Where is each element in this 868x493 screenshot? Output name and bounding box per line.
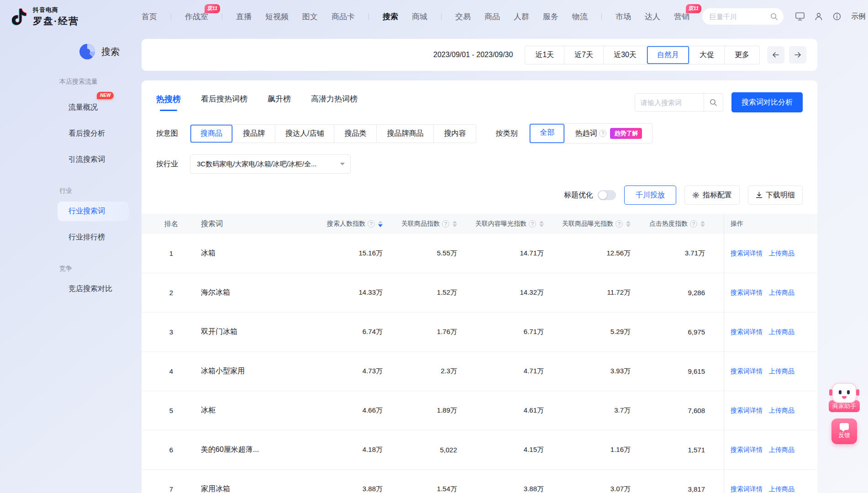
- nav-item-shortvideo[interactable]: 短视频: [265, 11, 289, 22]
- nav-item-market[interactable]: 市场: [615, 11, 631, 22]
- douyin-note-icon: [12, 7, 28, 26]
- upload-product-link[interactable]: 上传商品: [769, 249, 794, 258]
- intent-option-brand[interactable]: 搜品牌: [233, 125, 275, 143]
- category-option-all[interactable]: 全部: [530, 124, 565, 143]
- merchant-assistant-widget[interactable]: 商家助手: [829, 383, 860, 412]
- keyword-search-input[interactable]: [635, 94, 704, 111]
- nav-item-logistics[interactable]: 物流: [572, 11, 588, 22]
- sort-control[interactable]: [626, 221, 631, 227]
- intent-option-influencer-shop[interactable]: 搜达人/店铺: [275, 125, 334, 143]
- upload-product-link[interactable]: 上传商品: [769, 446, 794, 454]
- download-detail-button[interactable]: 下载明细: [748, 186, 803, 205]
- trend-info-badge[interactable]: 趋势了解: [610, 128, 642, 139]
- monitor-icon[interactable]: [795, 12, 805, 21]
- question-icon[interactable]: [599, 130, 606, 137]
- keyword-search-button[interactable]: [704, 94, 723, 111]
- sort-control[interactable]: [452, 221, 457, 227]
- sidebar-item-traffic-overview[interactable]: 流量概况 NEW: [58, 98, 129, 117]
- nav-item-trade[interactable]: 交易: [455, 11, 471, 22]
- nav-item-imagetext[interactable]: 图文: [302, 11, 318, 22]
- nav-item-productcard[interactable]: 商品卡: [331, 11, 355, 22]
- rank-cell: 7: [142, 485, 201, 493]
- nav-item-mall[interactable]: 商城: [412, 11, 427, 22]
- question-icon[interactable]: [615, 220, 623, 228]
- category-segmented: 全部 热趋词 趋势了解: [529, 123, 652, 143]
- brand-logo[interactable]: 抖音电商 罗盘·经营: [12, 6, 142, 27]
- gear-icon: [692, 191, 700, 199]
- help-icon[interactable]: [833, 12, 841, 21]
- question-icon[interactable]: [368, 220, 375, 228]
- keyword-detail-link[interactable]: 搜索词详情: [731, 446, 763, 454]
- value-cell: 4.73万: [310, 367, 383, 376]
- nav-item-service[interactable]: 服务: [543, 11, 558, 22]
- tab-post-view-hot-words[interactable]: 看后搜热词榜: [201, 94, 247, 111]
- metric-config-button[interactable]: 指标配置: [684, 186, 740, 205]
- qianchuan-search-input[interactable]: [710, 13, 770, 21]
- question-icon[interactable]: [442, 220, 449, 228]
- nav-item-influencer[interactable]: 达人: [645, 11, 660, 22]
- value-cell: 11.72万: [544, 288, 631, 297]
- title-optimize-toggle[interactable]: [598, 190, 616, 200]
- qianchuan-search-box[interactable]: [702, 8, 784, 25]
- nav-item-warroom[interactable]: 作战室双11: [185, 11, 208, 22]
- keyword-detail-link[interactable]: 搜索词详情: [731, 289, 763, 297]
- sidebar-item-post-view-search[interactable]: 看后搜分析: [58, 124, 129, 143]
- nav-item-home[interactable]: 首页: [142, 11, 157, 22]
- industry-select[interactable]: 3C数码家电/大家电/冰箱/冰吧/冰柜/全...: [190, 154, 351, 174]
- date-option-7day[interactable]: 近7天: [564, 46, 604, 64]
- sidebar-item-competitor-compare[interactable]: 竞店搜索对比: [58, 279, 129, 299]
- intent-option-category[interactable]: 搜品类: [334, 125, 377, 143]
- rank-cell: 5: [142, 407, 201, 414]
- upload-product-link[interactable]: 上传商品: [769, 328, 794, 336]
- sort-control[interactable]: [539, 221, 544, 227]
- nav-item-product[interactable]: 商品: [484, 11, 500, 22]
- nav-item-audience[interactable]: 人群: [514, 11, 529, 22]
- tab-high-potential[interactable]: 高潜力热词榜: [311, 94, 358, 111]
- tab-soaring[interactable]: 飙升榜: [268, 94, 291, 111]
- keyword-detail-link[interactable]: 搜索词详情: [731, 485, 763, 493]
- value-cell: 9,615: [631, 367, 705, 375]
- upload-product-link[interactable]: 上传商品: [769, 407, 794, 415]
- nav-item-search[interactable]: 搜索: [383, 11, 398, 22]
- keyword-detail-link[interactable]: 搜索词详情: [731, 367, 763, 376]
- value-cell: 6,975: [631, 328, 705, 336]
- feedback-button[interactable]: 反馈: [831, 419, 857, 444]
- date-option-more[interactable]: 更多: [725, 46, 759, 64]
- keyword-compare-button[interactable]: 搜索词对比分析: [731, 92, 803, 112]
- sidebar-item-traffic-keywords[interactable]: 引流搜索词: [58, 150, 129, 170]
- qianchuan-launch-button[interactable]: 千川投放: [624, 186, 676, 205]
- keyword-detail-link[interactable]: 搜索词详情: [731, 407, 763, 415]
- prev-period-button[interactable]: [767, 46, 784, 64]
- sort-control[interactable]: [378, 221, 383, 227]
- question-icon[interactable]: [529, 220, 536, 228]
- date-range-text: 2023/09/01 - 2023/09/30: [433, 51, 513, 59]
- brand-line2: 罗盘·经营: [33, 15, 79, 27]
- upload-product-link[interactable]: 上传商品: [769, 367, 794, 376]
- intent-option-brand-product[interactable]: 搜品牌商品: [377, 125, 434, 143]
- keyword-detail-link[interactable]: 搜索词详情: [731, 249, 763, 258]
- next-period-button[interactable]: [789, 46, 806, 64]
- profile-menu[interactable]: 示例: [851, 12, 868, 21]
- date-option-natural-month[interactable]: 自然月: [647, 46, 689, 64]
- intent-option-content[interactable]: 搜内容: [434, 125, 476, 143]
- nav-item-marketing[interactable]: 营销双11: [674, 11, 689, 22]
- date-option-promo[interactable]: 大促: [689, 46, 725, 64]
- value-cell: 5.29万: [544, 328, 631, 336]
- value-cell: 7,608: [631, 407, 705, 414]
- question-icon[interactable]: [690, 220, 697, 228]
- nav-item-live[interactable]: 直播: [236, 11, 252, 22]
- intent-option-product[interactable]: 搜商品: [190, 125, 233, 143]
- user-icon[interactable]: [815, 12, 823, 21]
- upload-product-link[interactable]: 上传商品: [769, 485, 794, 493]
- keyword-search-box[interactable]: [635, 93, 723, 111]
- sidebar-item-industry-keywords[interactable]: 行业搜索词: [58, 201, 129, 221]
- sidebar-item-industry-ranking[interactable]: 行业排行榜: [58, 228, 129, 247]
- upload-product-link[interactable]: 上传商品: [769, 289, 794, 297]
- date-option-1day[interactable]: 近1天: [525, 46, 564, 64]
- keyword-detail-link[interactable]: 搜索词详情: [731, 328, 763, 336]
- search-icon[interactable]: [770, 13, 778, 21]
- tab-hot-search[interactable]: 热搜榜: [156, 94, 181, 111]
- sort-control[interactable]: [700, 221, 705, 227]
- date-option-30day[interactable]: 近30天: [604, 46, 647, 64]
- category-option-trend-words[interactable]: 热趋词 趋势了解: [565, 124, 652, 143]
